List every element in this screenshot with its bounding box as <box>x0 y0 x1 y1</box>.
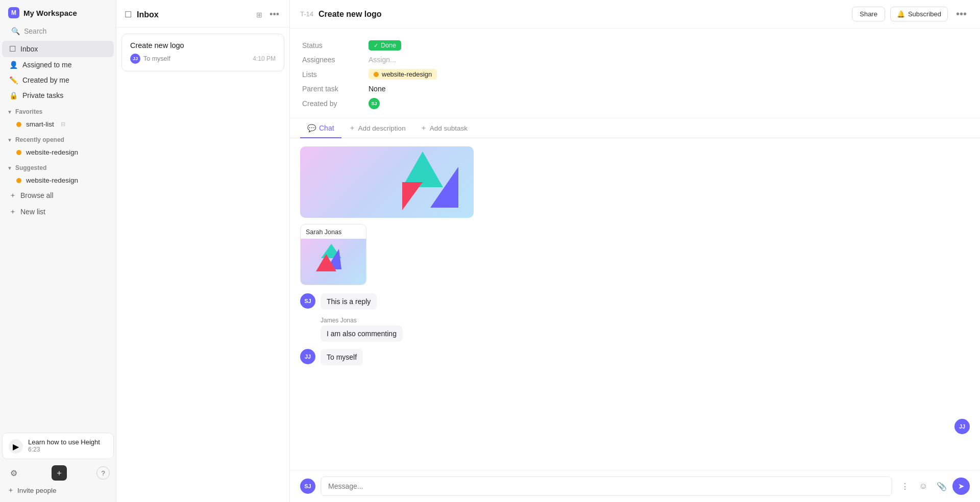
task-details: Status ✓ Done Assignees Assign... Lists … <box>290 29 980 118</box>
message-input[interactable] <box>321 476 892 496</box>
sidebar-item-website-redesign-recent[interactable]: website-redesign <box>2 145 114 159</box>
send-button[interactable]: ➤ <box>952 478 970 495</box>
assignees-value: Assign... <box>369 56 396 64</box>
status-text: Done <box>381 42 396 49</box>
status-value: ✓ Done <box>369 40 401 51</box>
main-header: T-14 Create new logo Share 🔔 Subscribed … <box>290 0 980 29</box>
sidebar-item-smart-list[interactable]: smart-list ⊟ <box>2 117 114 131</box>
sidebar: M My Workspace 🔍 Search ☐ Inbox 👤 Assign… <box>0 0 116 502</box>
parent-task-label: Parent task <box>302 85 369 93</box>
list-badge[interactable]: website-redesign <box>369 69 437 80</box>
status-label: Status <box>302 41 369 49</box>
triangle-purple <box>430 167 458 208</box>
status-row: Status ✓ Done <box>302 38 968 53</box>
task-card[interactable]: Create new logo JJ To myself 4:10 PM <box>121 34 284 71</box>
learn-card[interactable]: ▶ Learn how to use Height 6:23 <box>2 433 114 459</box>
floating-avatar-jj: JJ <box>954 419 970 434</box>
favorites-section[interactable]: ▼ Favorites <box>0 103 116 117</box>
chevron-down-icon: ▼ <box>7 137 12 143</box>
sidebar-item-private[interactable]: 🔒 Private tasks <box>2 88 114 103</box>
avatar-sj-input: SJ <box>300 479 315 494</box>
learn-card-title: Learn how to use Height <box>28 438 100 446</box>
mini-triangle-pink <box>316 254 336 271</box>
header-actions: Share 🔔 Subscribed ••• <box>852 6 970 22</box>
plus-icon: ＋ <box>420 123 427 133</box>
created-by-row: Created by SJ <box>302 95 968 112</box>
sidebar-item-label: Created by me <box>22 76 69 84</box>
list-dot-icon <box>16 122 21 127</box>
plus-icon: ＋ <box>7 486 14 495</box>
sidebar-item-assigned[interactable]: 👤 Assigned to me <box>2 57 114 72</box>
sidebar-item-created[interactable]: ✏️ Created by me <box>2 72 114 88</box>
sidebar-item-label: Inbox <box>20 45 38 53</box>
tab-chat[interactable]: 💬 Chat <box>300 119 341 138</box>
new-list-item[interactable]: ＋ New list <box>2 204 114 220</box>
created-by-value: SJ <box>369 98 380 109</box>
middle-panel: ☐ Inbox ⊞ ••• Create new logo JJ To myse… <box>116 0 290 502</box>
recently-opened-label: Recently opened <box>15 136 64 143</box>
task-card-title: Create new logo <box>130 41 276 49</box>
chat-icon: 💬 <box>307 124 316 132</box>
panel-pin-icon: ⊞ <box>256 11 262 19</box>
sidebar-footer: ⚙ ＋ ? <box>0 461 116 483</box>
more-options-button[interactable]: ••• <box>953 6 970 22</box>
reply-card[interactable]: Sarah Jonas <box>300 224 366 285</box>
browse-all-label: Browse all <box>20 191 54 199</box>
learn-card-duration: 6:23 <box>28 446 100 453</box>
learn-card-content: Learn how to use Height 6:23 <box>28 438 100 453</box>
assign-link[interactable]: Assign... <box>369 56 396 64</box>
list-dot-icon <box>374 72 379 77</box>
add-workspace-button[interactable]: ＋ <box>52 465 67 481</box>
chat-image <box>300 146 474 218</box>
more-options-input-button[interactable]: ⋮ <box>897 479 913 494</box>
status-badge[interactable]: ✓ Done <box>369 40 401 51</box>
inbox-icon: ☐ <box>9 44 16 54</box>
chat-image-container <box>300 146 970 218</box>
play-icon: ▶ <box>9 439 23 454</box>
workspace-title: My Workspace <box>23 9 77 17</box>
task-to: JJ To myself <box>130 54 170 64</box>
search-label: Search <box>24 27 46 35</box>
subscribed-label: Subscribed <box>908 10 941 18</box>
task-time: 4:10 PM <box>253 55 276 62</box>
share-button[interactable]: Share <box>852 7 885 21</box>
subscribed-button[interactable]: 🔔 Subscribed <box>890 7 948 21</box>
tab-add-description-label: Add description <box>358 124 406 132</box>
message-bubble-jj: To myself <box>321 349 363 365</box>
recently-opened-section[interactable]: ▼ Recently opened <box>0 131 116 145</box>
help-button[interactable]: ? <box>96 466 110 480</box>
check-icon: ✓ <box>374 42 378 49</box>
sidebar-item-website-redesign-suggested[interactable]: website-redesign <box>2 173 114 187</box>
tab-add-subtask[interactable]: ＋ Add subtask <box>413 118 475 138</box>
list-dot-icon <box>16 178 21 183</box>
assigned-icon: 👤 <box>9 61 18 69</box>
assignees-label: Assignees <box>302 56 369 64</box>
chat-message-jj-myself: JJ To myself <box>300 349 970 365</box>
search-item[interactable]: 🔍 Search <box>4 23 112 39</box>
list-name: website-redesign <box>382 70 432 78</box>
workspace-badge: M <box>8 7 19 18</box>
reply-card-author: Sarah Jonas <box>306 229 341 236</box>
invite-people-button[interactable]: ＋ Invite people <box>2 483 114 498</box>
favorites-label: Favorites <box>15 108 42 115</box>
inbox-icon: ☐ <box>125 10 132 19</box>
list-dot-icon <box>16 150 21 155</box>
reply-card-image <box>301 239 366 285</box>
attachment-button[interactable]: 📎 <box>934 479 949 494</box>
browse-all-item[interactable]: ＋ Browse all <box>2 187 114 204</box>
message-sender-james: James Jonas <box>321 317 403 324</box>
avatar-sj: SJ <box>300 293 315 309</box>
task-card-meta: JJ To myself 4:10 PM <box>130 54 276 64</box>
workspace-header[interactable]: M My Workspace <box>0 0 116 23</box>
chat-message-sj: SJ This is a reply <box>300 293 970 310</box>
sidebar-item-inbox[interactable]: ☐ Inbox <box>2 41 114 57</box>
triangle-pink <box>402 182 423 210</box>
emoji-button[interactable]: ☺ <box>916 479 931 494</box>
invite-label: Invite people <box>17 487 57 494</box>
suggested-section[interactable]: ▼ Suggested <box>0 159 116 173</box>
created-icon: ✏️ <box>9 76 18 84</box>
tab-add-description[interactable]: ＋ Add description <box>341 118 413 138</box>
parent-task-row: Parent task None <box>302 82 968 95</box>
panel-more-button[interactable]: ••• <box>267 8 281 21</box>
settings-button[interactable]: ⚙ <box>6 465 21 481</box>
